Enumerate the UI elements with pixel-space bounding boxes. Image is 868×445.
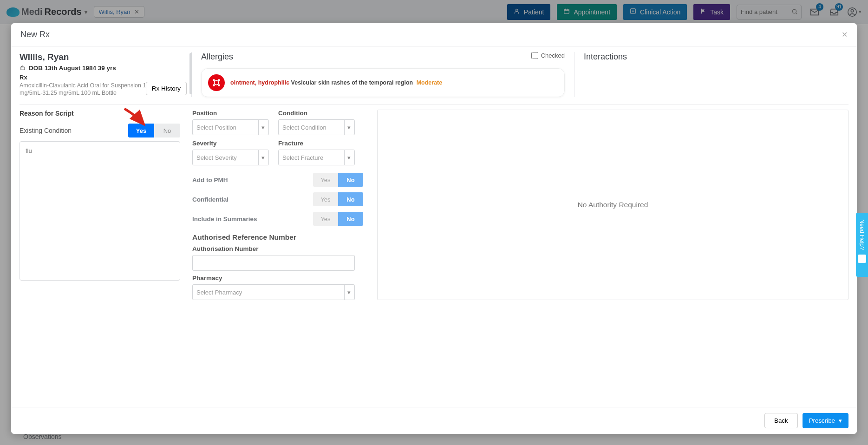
modal-overlay [0, 0, 868, 24]
new-rx-modal: New Rx ✕ Willis, Ryan DOB 13th August 19… [11, 23, 857, 24]
modal-header: New Rx ✕ [11, 23, 857, 24]
